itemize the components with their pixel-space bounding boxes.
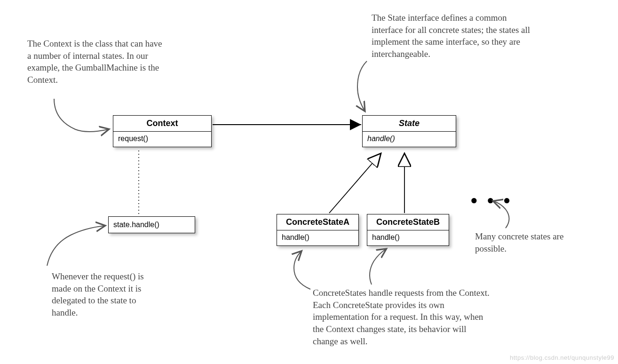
- uml-method-concrete-a: handle(): [277, 230, 358, 245]
- uml-title-concrete-a: ConcreteStateA: [277, 214, 358, 230]
- uml-title-context: Context: [113, 116, 211, 132]
- hand-arrow-context: [54, 99, 108, 132]
- arrow-concrete-a-to-state: [329, 153, 381, 213]
- hand-arrow-concrete-b: [370, 249, 386, 285]
- annotation-state: The State interface defines a common int…: [372, 12, 536, 60]
- uml-class-concrete-a: ConcreteStateA handle(): [277, 214, 359, 246]
- uml-method-concrete-b: handle(): [367, 230, 449, 245]
- note-state-handle: state.handle(): [108, 216, 195, 233]
- hand-arrow-request: [47, 226, 104, 266]
- annotation-context: The Context is the class that can have a…: [27, 38, 164, 86]
- uml-method-state: handle(): [363, 132, 456, 147]
- annotation-many: Many concrete states are possible.: [475, 230, 569, 254]
- annotation-request: Whenever the request() is made on the Co…: [52, 270, 160, 319]
- hand-arrow-state: [357, 61, 367, 111]
- uml-class-concrete-b: ConcreteStateB handle(): [367, 214, 449, 246]
- annotation-concrete: ConcreteStates handle requests from the …: [313, 287, 491, 347]
- uml-title-state: State: [363, 116, 456, 132]
- uml-method-context: request(): [113, 132, 211, 147]
- uml-class-context: Context request(): [113, 115, 212, 147]
- uml-class-state: State handle(): [362, 115, 456, 147]
- hand-arrow-concrete-a: [294, 252, 310, 289]
- ellipsis-icon: ● ● ●: [470, 193, 514, 207]
- watermark-text: https://blog.csdn.net/qunqunstyle99: [510, 354, 614, 361]
- uml-title-concrete-b: ConcreteStateB: [367, 214, 449, 230]
